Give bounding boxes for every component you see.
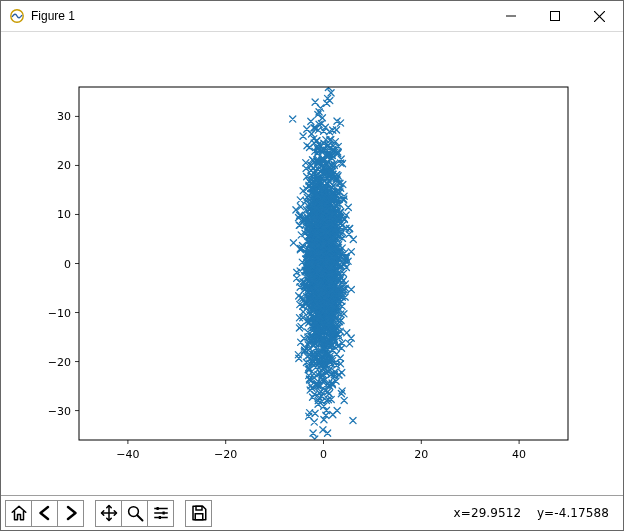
y-tick-label: 0 [64,258,71,271]
figure-window: Figure 1 −40−2002040−30−20−100102030 [0,0,624,531]
minimize-button[interactable] [489,2,533,30]
y-tick-label: 30 [57,110,71,123]
forward-button[interactable] [57,500,84,527]
title-left: Figure 1 [9,8,75,24]
window-title: Figure 1 [31,9,75,23]
pan-button[interactable] [95,500,122,527]
zoom-button[interactable] [121,500,148,527]
svg-rect-8 [195,514,203,520]
maximize-button[interactable] [533,2,577,30]
save-button[interactable] [185,500,212,527]
y-tick-label: 20 [57,159,71,172]
arrow-right-icon [62,504,80,522]
titlebar: Figure 1 [1,1,623,32]
y-tick-label: −10 [48,307,71,320]
svg-rect-6 [158,516,160,519]
y-tick-label: −20 [48,356,71,369]
svg-rect-7 [196,506,202,510]
svg-rect-5 [162,512,164,515]
plot-area[interactable]: −40−2002040−30−20−100102030 [1,32,623,495]
x-tick-label: 0 [320,448,327,461]
nav-toolbar: x=29.9512 y=-4.17588 [1,495,623,530]
scatter-plot: −40−2002040−30−20−100102030 [1,32,623,495]
move-icon [100,504,118,522]
x-tick-label: −20 [214,448,237,461]
save-icon [190,504,208,522]
sliders-icon [152,504,170,522]
x-tick-label: 20 [414,448,428,461]
x-tick-label: 40 [512,448,526,461]
window-controls [489,2,621,30]
home-button[interactable] [5,500,32,527]
close-button[interactable] [577,2,621,30]
cursor-coordinates: x=29.9512 y=-4.17588 [454,506,619,520]
home-icon [10,504,28,522]
arrow-left-icon [36,504,54,522]
back-button[interactable] [31,500,58,527]
y-tick-label: 10 [57,208,71,221]
scatter-series [290,67,357,457]
configure-subplots-button[interactable] [147,500,174,527]
x-tick-label: −40 [116,448,139,461]
y-tick-label: −30 [48,405,71,418]
app-icon [9,8,25,24]
svg-rect-1 [551,12,560,21]
zoom-icon [126,504,144,522]
svg-rect-4 [156,507,158,510]
